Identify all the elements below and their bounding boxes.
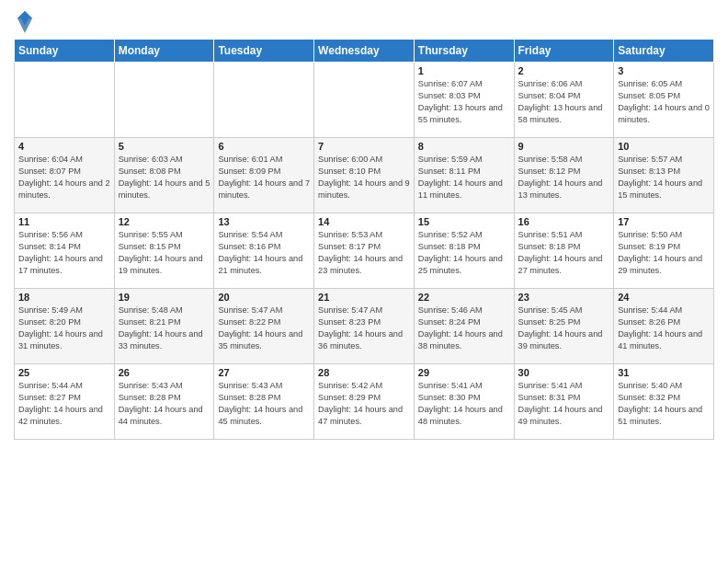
day-number: 6 [218,141,310,152]
day-number: 23 [518,292,610,303]
day-number: 18 [18,292,110,303]
weekday-header-row: SundayMondayTuesdayWednesdayThursdayFrid… [15,40,714,63]
day-number: 21 [318,292,410,303]
day-cell: 16Sunrise: 5:51 AMSunset: 8:18 PMDayligh… [514,213,614,289]
day-info: Sunrise: 5:48 AMSunset: 8:21 PMDaylight:… [119,304,210,352]
day-number: 2 [518,65,610,76]
day-info: Sunrise: 6:04 AMSunset: 8:07 PMDaylight:… [18,154,110,201]
day-cell: 31Sunrise: 5:40 AMSunset: 8:32 PMDayligh… [614,364,714,440]
day-info: Sunrise: 5:46 AMSunset: 8:24 PMDaylight:… [418,304,510,352]
page: SundayMondayTuesdayWednesdayThursdayFrid… [0,0,728,563]
day-cell: 22Sunrise: 5:46 AMSunset: 8:24 PMDayligh… [414,289,514,364]
day-number: 10 [618,141,710,152]
day-info: Sunrise: 5:56 AMSunset: 8:14 PMDaylight:… [18,229,110,277]
day-number: 5 [119,141,210,152]
day-info: Sunrise: 5:41 AMSunset: 8:30 PMDaylight:… [418,380,510,428]
day-info: Sunrise: 5:47 AMSunset: 8:23 PMDaylight:… [318,304,410,352]
day-info: Sunrise: 6:03 AMSunset: 8:08 PMDaylight:… [119,154,210,201]
day-number: 12 [119,216,210,227]
weekday-wednesday: Wednesday [314,40,415,63]
day-cell [114,63,214,138]
day-number: 25 [18,367,110,378]
day-cell: 24Sunrise: 5:44 AMSunset: 8:26 PMDayligh… [614,289,714,364]
logo-icon [16,9,34,35]
weekday-saturday: Saturday [614,40,714,63]
day-number: 7 [318,141,410,152]
day-cell: 5Sunrise: 6:03 AMSunset: 8:08 PMDaylight… [114,138,214,213]
day-info: Sunrise: 5:41 AMSunset: 8:31 PMDaylight:… [518,380,610,428]
day-number: 22 [418,292,510,303]
day-number: 3 [618,65,710,76]
day-info: Sunrise: 6:05 AMSunset: 8:05 PMDaylight:… [618,78,710,126]
week-row-5: 25Sunrise: 5:44 AMSunset: 8:27 PMDayligh… [15,364,714,440]
week-row-2: 4Sunrise: 6:04 AMSunset: 8:07 PMDaylight… [15,138,714,213]
week-row-3: 11Sunrise: 5:56 AMSunset: 8:14 PMDayligh… [15,213,714,289]
day-cell: 20Sunrise: 5:47 AMSunset: 8:22 PMDayligh… [214,289,314,364]
day-info: Sunrise: 6:07 AMSunset: 8:03 PMDaylight:… [418,78,510,126]
day-number: 1 [418,65,510,76]
day-cell: 30Sunrise: 5:41 AMSunset: 8:31 PMDayligh… [514,364,614,440]
day-cell: 1Sunrise: 6:07 AMSunset: 8:03 PMDaylight… [414,63,514,138]
day-info: Sunrise: 5:44 AMSunset: 8:27 PMDaylight:… [18,380,110,428]
weekday-thursday: Thursday [414,40,514,63]
day-info: Sunrise: 5:43 AMSunset: 8:28 PMDaylight:… [218,380,310,428]
day-number: 16 [518,216,610,227]
day-cell: 15Sunrise: 5:52 AMSunset: 8:18 PMDayligh… [414,213,514,289]
day-number: 14 [318,216,410,227]
day-cell: 6Sunrise: 6:01 AMSunset: 8:09 PMDaylight… [214,138,314,213]
day-number: 20 [218,292,310,303]
day-cell: 29Sunrise: 5:41 AMSunset: 8:30 PMDayligh… [414,364,514,440]
day-number: 13 [218,216,310,227]
day-cell [314,63,415,138]
day-info: Sunrise: 5:52 AMSunset: 8:18 PMDaylight:… [418,229,510,277]
logo [14,9,34,31]
day-number: 24 [618,292,710,303]
day-cell: 11Sunrise: 5:56 AMSunset: 8:14 PMDayligh… [15,213,115,289]
header [14,9,714,31]
day-cell: 27Sunrise: 5:43 AMSunset: 8:28 PMDayligh… [214,364,314,440]
day-info: Sunrise: 5:40 AMSunset: 8:32 PMDaylight:… [618,380,710,428]
day-cell: 8Sunrise: 5:59 AMSunset: 8:11 PMDaylight… [414,138,514,213]
day-info: Sunrise: 5:47 AMSunset: 8:22 PMDaylight:… [218,304,310,352]
weekday-friday: Friday [514,40,614,63]
day-cell [214,63,314,138]
weekday-tuesday: Tuesday [214,40,314,63]
day-number: 8 [418,141,510,152]
weekday-sunday: Sunday [15,40,115,63]
day-info: Sunrise: 5:53 AMSunset: 8:17 PMDaylight:… [318,229,410,277]
day-number: 30 [518,367,610,378]
day-cell: 26Sunrise: 5:43 AMSunset: 8:28 PMDayligh… [114,364,214,440]
day-number: 28 [318,367,410,378]
day-info: Sunrise: 5:57 AMSunset: 8:13 PMDaylight:… [618,154,710,201]
day-cell [15,63,115,138]
day-info: Sunrise: 5:42 AMSunset: 8:29 PMDaylight:… [318,380,410,428]
day-number: 26 [119,367,210,378]
day-number: 31 [618,367,710,378]
day-number: 15 [418,216,510,227]
day-cell: 3Sunrise: 6:05 AMSunset: 8:05 PMDaylight… [614,63,714,138]
day-info: Sunrise: 5:49 AMSunset: 8:20 PMDaylight:… [18,304,110,352]
day-info: Sunrise: 5:55 AMSunset: 8:15 PMDaylight:… [119,229,210,277]
day-info: Sunrise: 5:59 AMSunset: 8:11 PMDaylight:… [418,154,510,201]
day-number: 19 [119,292,210,303]
day-info: Sunrise: 6:01 AMSunset: 8:09 PMDaylight:… [218,154,310,201]
day-cell: 4Sunrise: 6:04 AMSunset: 8:07 PMDaylight… [15,138,115,213]
day-info: Sunrise: 5:54 AMSunset: 8:16 PMDaylight:… [218,229,310,277]
day-cell: 9Sunrise: 5:58 AMSunset: 8:12 PMDaylight… [514,138,614,213]
day-cell: 23Sunrise: 5:45 AMSunset: 8:25 PMDayligh… [514,289,614,364]
day-cell: 14Sunrise: 5:53 AMSunset: 8:17 PMDayligh… [314,213,415,289]
day-number: 11 [18,216,110,227]
day-info: Sunrise: 6:06 AMSunset: 8:04 PMDaylight:… [518,78,610,126]
day-info: Sunrise: 5:44 AMSunset: 8:26 PMDaylight:… [618,304,710,352]
day-cell: 18Sunrise: 5:49 AMSunset: 8:20 PMDayligh… [15,289,115,364]
day-cell: 19Sunrise: 5:48 AMSunset: 8:21 PMDayligh… [114,289,214,364]
day-cell: 2Sunrise: 6:06 AMSunset: 8:04 PMDaylight… [514,63,614,138]
day-cell: 10Sunrise: 5:57 AMSunset: 8:13 PMDayligh… [614,138,714,213]
week-row-4: 18Sunrise: 5:49 AMSunset: 8:20 PMDayligh… [15,289,714,364]
day-info: Sunrise: 5:50 AMSunset: 8:19 PMDaylight:… [618,229,710,277]
week-row-1: 1Sunrise: 6:07 AMSunset: 8:03 PMDaylight… [15,63,714,138]
day-cell: 21Sunrise: 5:47 AMSunset: 8:23 PMDayligh… [314,289,415,364]
weekday-monday: Monday [114,40,214,63]
day-number: 29 [418,367,510,378]
day-number: 4 [18,141,110,152]
